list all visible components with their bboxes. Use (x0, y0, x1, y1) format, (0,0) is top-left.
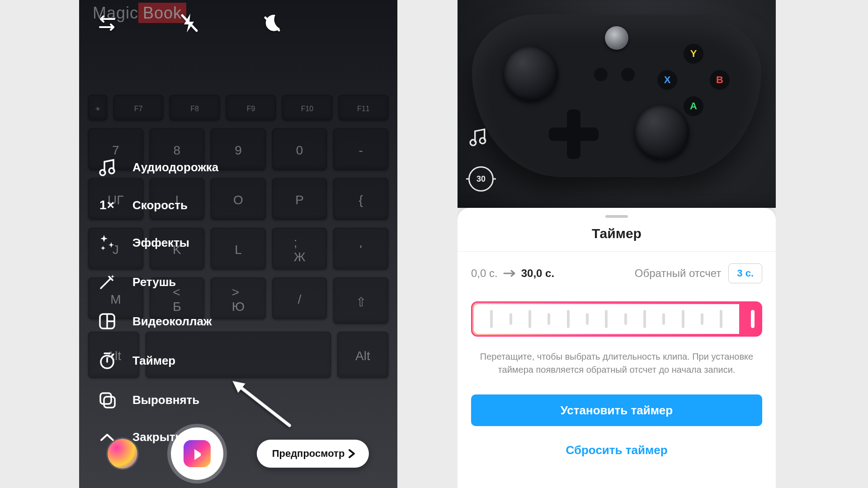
wand-icon (97, 273, 117, 291)
svg-line-10 (112, 354, 113, 356)
slider-track (474, 304, 739, 334)
range-from: 0,0 с. (471, 267, 498, 280)
tool-speed[interactable]: 1× Скорость (97, 198, 218, 212)
timer-range-row: 0,0 с. 30,0 с. Обратный отсчет 3 с. (458, 252, 776, 283)
collage-icon (97, 313, 117, 330)
tool-align-label: Выровнять (132, 393, 199, 407)
tool-collage-label: Видеоколлаж (132, 314, 212, 328)
preview-button-label: Предпросмотр (272, 448, 345, 460)
music-icon (97, 158, 117, 176)
reset-timer-button[interactable]: Сбросить таймер (458, 443, 776, 457)
preview-button[interactable]: Предпросмотр (257, 440, 369, 468)
svg-point-15 (470, 140, 476, 145)
sparkles-icon (97, 234, 117, 251)
camera-bottom-bar: Предпросмотр (79, 427, 397, 480)
svg-rect-12 (104, 397, 115, 408)
set-timer-button[interactable]: Установить таймер (471, 394, 762, 426)
svg-point-16 (480, 138, 486, 144)
tool-retouch-label: Ретушь (132, 275, 176, 289)
range-to: 30,0 с. (521, 267, 554, 280)
svg-point-2 (100, 170, 105, 175)
countdown-label: Обратный отсчет (635, 267, 721, 280)
slider-thumb[interactable] (751, 310, 755, 328)
tool-timer-label: Таймер (132, 354, 175, 368)
countdown-chip[interactable]: 3 с. (728, 263, 762, 283)
stopwatch-icon (97, 352, 117, 370)
timer-sheet: Таймер 0,0 с. 30,0 с. Обратный отсчет 3 … (458, 208, 776, 488)
speed-icon: 1× (97, 198, 117, 212)
tool-timer[interactable]: Таймер (97, 352, 218, 370)
reels-icon (184, 440, 211, 467)
music-icon[interactable] (468, 127, 494, 148)
tool-audio-label: Аудиодорожка (132, 160, 218, 174)
tool-effects[interactable]: Эффекты (97, 234, 218, 251)
tool-speed-label: Скорость (132, 198, 188, 212)
gallery-thumbnail[interactable] (108, 439, 137, 469)
duration-slider[interactable] (471, 301, 762, 337)
tool-retouch[interactable]: Ретушь (97, 273, 218, 291)
arrow-right-icon (503, 269, 516, 277)
tool-list: Аудиодорожка 1× Скорость Эффекты Ретушь (97, 158, 218, 444)
align-icon (97, 391, 117, 408)
camera-screen: MagicBook ☀F7F8F9F10F11 7890- UГIOP{ JKL… (79, 0, 397, 488)
shutter-button[interactable] (171, 427, 223, 480)
camera-preview: YB AX 30 (458, 0, 776, 208)
slider-help-text: Перетащите, чтобы выбрать длительность к… (458, 337, 776, 376)
flash-off-icon[interactable] (180, 13, 198, 35)
duration-badge[interactable]: 30 (468, 166, 494, 192)
swap-camera-icon[interactable] (97, 14, 117, 33)
tool-audio[interactable]: Аудиодорожка (97, 158, 218, 176)
svg-rect-11 (100, 393, 111, 404)
svg-point-3 (109, 168, 114, 174)
tool-align[interactable]: Выровнять (97, 391, 218, 408)
sheet-handle[interactable] (605, 215, 628, 218)
sheet-title: Таймер (458, 226, 776, 241)
timer-screen: YB AX 30 Таймер 0,0 с. 30,0 (458, 0, 776, 488)
night-mode-icon[interactable] (262, 13, 282, 35)
gamepad-graphic: YB AX (472, 14, 761, 177)
chevron-right-icon (348, 449, 355, 459)
tool-effects-label: Эффекты (132, 236, 189, 250)
tool-collage[interactable]: Видеоколлаж (97, 313, 218, 330)
